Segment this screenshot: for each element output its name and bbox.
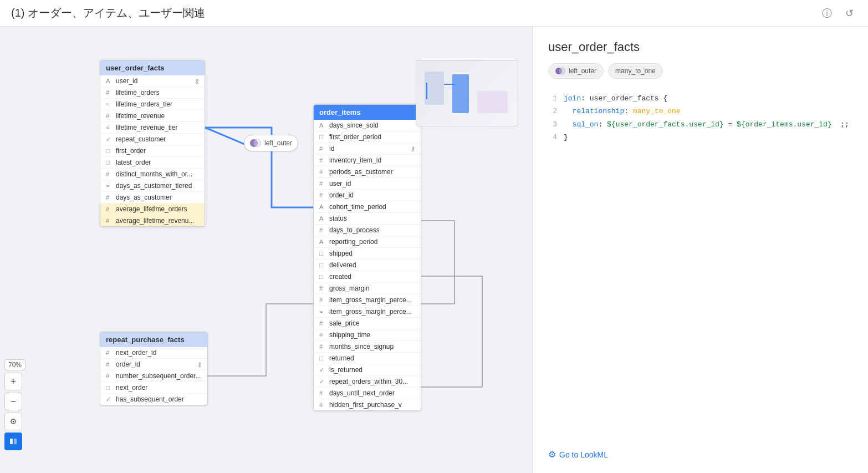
- rect-icon: □: [106, 384, 113, 391]
- field-lifetime-revenue-tier[interactable]: ≈ lifetime_revenue_tier: [100, 122, 205, 134]
- field-repeat-customer[interactable]: ✓ repeat_customer: [100, 134, 205, 145]
- tilde-icon: ≈: [106, 101, 113, 108]
- field-days-to-process[interactable]: # days_to_process: [314, 225, 421, 236]
- hash-icon: #: [319, 192, 326, 199]
- key-icon: ⚷: [411, 145, 415, 152]
- field-delivered[interactable]: □ delivered: [314, 260, 421, 271]
- alpha-icon: A: [319, 122, 326, 129]
- rect-icon: □: [319, 273, 326, 280]
- refresh-button[interactable]: ↺: [841, 6, 857, 21]
- code-line-3: 3 sql_on: ${user_order_facts.user_id} = …: [548, 118, 852, 131]
- hash-icon: #: [106, 217, 113, 224]
- goto-lookml-link[interactable]: ⚙ Go to LookML: [548, 449, 608, 460]
- svg-rect-5: [14, 439, 17, 444]
- field-days-as-customer-tiered[interactable]: ≈ days_as_customer_tiered: [100, 180, 205, 192]
- field-days-since-sold[interactable]: A days_since_sold: [314, 120, 421, 131]
- card-order-items[interactable]: order_items A days_since_sold □ first_or…: [313, 104, 421, 411]
- focus-button[interactable]: [4, 413, 22, 430]
- field-cohort-time-period[interactable]: A cohort_time_period: [314, 201, 421, 213]
- field-next-order[interactable]: □ next_order: [100, 382, 207, 394]
- field-first-order-period[interactable]: □ first_order_period: [314, 131, 421, 143]
- rect-icon: □: [319, 250, 326, 257]
- hash-icon: #: [106, 373, 113, 379]
- field-days-as-customer[interactable]: # days_as_customer: [100, 192, 205, 204]
- sidebar-toggle-button[interactable]: [4, 433, 22, 450]
- field-is-returned[interactable]: ✓ is_returned: [314, 364, 421, 376]
- field-rpf-order-id[interactable]: # order_id ⚷: [100, 359, 207, 370]
- left-outer-badge-icon: [555, 66, 565, 76]
- card-user-order-facts[interactable]: user_order_facts A user_id ⚷ # lifetime_…: [100, 60, 205, 227]
- field-status[interactable]: A status: [314, 213, 421, 225]
- field-lifetime-orders[interactable]: # lifetime_orders: [100, 87, 205, 99]
- hash-icon: #: [319, 320, 326, 327]
- field-average-lifetime-orders[interactable]: # average_lifetime_orders: [100, 204, 205, 215]
- field-reporting-period[interactable]: A reporting_period: [314, 236, 421, 248]
- check-icon: ✓: [319, 378, 326, 385]
- field-months-since-signup[interactable]: # months_since_signup: [314, 341, 421, 353]
- repeat-purchase-header[interactable]: repeat_purchase_facts: [100, 332, 207, 347]
- card-repeat-purchase-facts[interactable]: repeat_purchase_facts # next_order_id # …: [100, 332, 208, 405]
- badge-many-to-one[interactable]: many_to_one: [608, 63, 663, 79]
- field-periods-as-customer[interactable]: # periods_as_customer: [314, 166, 421, 178]
- field-repeat-orders-within-30[interactable]: ✓ repeat_orders_within_30...: [314, 376, 421, 388]
- zoom-controls: 70% + −: [4, 359, 25, 450]
- rect-icon: □: [319, 134, 326, 140]
- hash-icon: #: [319, 227, 326, 233]
- zoom-out-button[interactable]: −: [4, 393, 22, 410]
- field-order-id[interactable]: # order_id: [314, 190, 421, 201]
- info-button[interactable]: ⓘ: [819, 6, 835, 21]
- field-first-order[interactable]: □ first_order: [100, 145, 205, 157]
- tilde-icon: ≈: [106, 124, 113, 131]
- badge-left-outer[interactable]: left_outer: [548, 63, 604, 79]
- zoom-in-button[interactable]: +: [4, 373, 22, 390]
- code-line-1: 1 join: user_order_facts {: [548, 92, 852, 105]
- hash-icon: #: [106, 349, 113, 356]
- rect-icon: □: [319, 262, 326, 268]
- minimap[interactable]: [416, 60, 518, 126]
- key-icon: ⚷: [197, 361, 202, 368]
- user-order-facts-header[interactable]: user_order_facts: [100, 60, 205, 75]
- focus-icon: [8, 416, 18, 426]
- hash-icon: #: [319, 180, 326, 187]
- field-distinct-months[interactable]: # distinct_months_with_or...: [100, 169, 205, 180]
- join-badge[interactable]: left_outer: [244, 135, 298, 151]
- field-has-subsequent-order[interactable]: ✓ has_subsequent_order: [100, 394, 207, 405]
- field-shipping-time[interactable]: # shipping_time: [314, 329, 421, 341]
- field-next-order-id[interactable]: # next_order_id: [100, 347, 207, 359]
- zoom-level: 70%: [4, 359, 25, 370]
- field-hidden-first-purchase[interactable]: # hidden_first_purchase_v: [314, 399, 421, 410]
- check-icon: ✓: [106, 396, 113, 403]
- hash-icon: #: [106, 361, 113, 368]
- field-days-until-next-order[interactable]: # days_until_next_order: [314, 388, 421, 399]
- field-gross-margin[interactable]: # gross_margin: [314, 283, 421, 294]
- alpha-icon: A: [319, 204, 326, 210]
- field-shipped[interactable]: □ shipped: [314, 248, 421, 260]
- field-returned[interactable]: □ returned: [314, 353, 421, 364]
- field-created[interactable]: □ created: [314, 271, 421, 283]
- field-average-lifetime-revenue[interactable]: # average_lifetime_revenu...: [100, 215, 205, 226]
- rect-icon: □: [106, 148, 113, 154]
- hash-icon: #: [319, 401, 326, 408]
- field-item-gross-margin-perce2[interactable]: ≈ item_gross_margin_perce...: [314, 306, 421, 318]
- alpha-icon: A: [319, 238, 326, 245]
- field-user-id[interactable]: A user_id ⚷: [100, 75, 205, 87]
- sidebar-icon: [9, 437, 18, 446]
- field-inventory-item-id[interactable]: # inventory_item_id: [314, 155, 421, 166]
- hash-icon: #: [319, 343, 326, 350]
- field-id[interactable]: # id ⚷: [314, 143, 421, 155]
- field-latest-order[interactable]: □ latest_order: [100, 157, 205, 169]
- right-panel-title: user_order_facts: [548, 40, 852, 54]
- right-panel: user_order_facts left_outer many_to_one …: [532, 27, 868, 473]
- key-icon: ⚷: [195, 78, 199, 85]
- badge-row: left_outer many_to_one: [548, 63, 852, 79]
- code-line-4: 4 }: [548, 131, 852, 144]
- svg-point-3: [13, 421, 14, 423]
- field-number-subsequent-order[interactable]: # number_subsequent_order...: [100, 370, 207, 382]
- field-lifetime-orders-tier[interactable]: ≈ lifetime_orders_tier: [100, 99, 205, 110]
- field-sale-price[interactable]: # sale_price: [314, 318, 421, 329]
- field-oi-user-id[interactable]: # user_id: [314, 178, 421, 190]
- field-item-gross-margin-perce1[interactable]: # item_gross_margin_perce...: [314, 294, 421, 306]
- field-lifetime-revenue[interactable]: # lifetime_revenue: [100, 110, 205, 122]
- order-items-header[interactable]: order_items: [314, 105, 421, 120]
- hash-icon: #: [319, 285, 326, 292]
